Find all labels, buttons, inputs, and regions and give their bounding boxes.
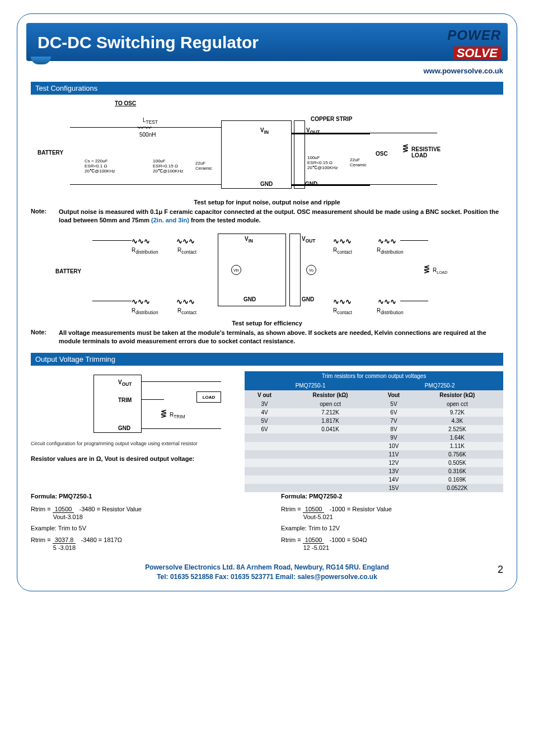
ltest-val: 500nH xyxy=(139,132,156,138)
formula-pmq7250-1: Formula: PMQ7250-1 Rtrim = 10500 -3480 =… xyxy=(31,492,253,555)
note-1-paren: (2in. and 3in) xyxy=(151,217,189,223)
trim-col2-hdr: PMQ7250-2 xyxy=(376,381,503,390)
table-cell xyxy=(284,442,376,450)
to-osc-label: TO OSC xyxy=(115,100,136,106)
c100-label: 100uF ESR<0.15 Ω 20℃@100KHz xyxy=(153,158,183,174)
formula-pmq7250-2: Formula: PMQ7250-2 Rtrim = 10500 -1000 =… xyxy=(281,492,503,555)
section-output-voltage-trimming: Output Voltage Trimming xyxy=(31,353,503,366)
website-url: www.powersolve.co.uk xyxy=(31,67,503,75)
cs-label: Cs = 220uF ESR<0.1 Ω 20℃@100KHz xyxy=(85,158,115,174)
note-label-2: Note: xyxy=(31,329,50,346)
table-cell xyxy=(245,484,284,492)
diagram2-caption: Test setup for efficiency xyxy=(31,320,503,326)
note-1-text: Output noise is measured with 0.1μ F cer… xyxy=(59,208,503,225)
page-number: 2 xyxy=(498,563,503,577)
table-cell: 9.72K xyxy=(411,408,503,417)
diagram-trim-circuit: VOUT TRIM GND LOAD ⋚ RTRIM xyxy=(31,371,232,438)
table-cell: open cct xyxy=(411,400,503,408)
table-cell xyxy=(284,475,376,484)
osc-label: OSC xyxy=(376,151,388,157)
note-2: Note: All voltage measurements must be t… xyxy=(31,329,503,346)
table-cell: 0.041K xyxy=(284,425,376,433)
table-cell: 1.64K xyxy=(411,433,503,442)
battery-label: BATTERY xyxy=(38,150,63,156)
formula2-header: Formula: PMQ7250-2 xyxy=(281,492,503,500)
table-cell: 0.316K xyxy=(411,467,503,475)
table-cell: open cct xyxy=(284,400,376,408)
banner-tab xyxy=(31,57,51,64)
diagram-efficiency-test: BATTERY ∿∿∿ ∿∿∿ ∿∿∿ ∿∿∿ Rdistribution Rc… xyxy=(31,232,503,316)
table-cell: 7V xyxy=(376,417,411,425)
resistive-load-label: RESISTIVE LOAD xyxy=(411,146,441,158)
table-cell xyxy=(245,450,284,459)
diagram1-caption: Test setup for input noise, output noise… xyxy=(31,199,503,206)
brand-logo: POWER SOLVE xyxy=(447,29,501,61)
table-cell: 6V xyxy=(376,408,411,417)
table-cell xyxy=(245,475,284,484)
page-title-banner: DC-DC Switching Regulator POWER SOLVE xyxy=(26,23,508,61)
footer-line2: Tel: 01635 521858 Fax: 01635 523771 Emai… xyxy=(157,573,377,581)
table-cell xyxy=(284,433,376,442)
table-cell: 2.525K xyxy=(411,425,503,433)
table-cell: 0.0522K xyxy=(411,484,503,492)
table-cell: 0.169K xyxy=(411,475,503,484)
footer-line1: Powersolve Electronics Ltd. 8A Arnhem Ro… xyxy=(145,563,389,571)
formula1-header: Formula: PMQ7250-1 xyxy=(31,492,253,500)
table-cell: 6V xyxy=(245,425,284,433)
table-cell xyxy=(284,467,376,475)
table-cell: 14V xyxy=(376,475,411,484)
vout: V xyxy=(306,127,310,133)
diagram-noise-test: TO OSC LTEST 〰〰 500nH BATTERY Cs = 220uF… xyxy=(31,100,503,195)
table-cell xyxy=(245,467,284,475)
vout-sub: OUT xyxy=(310,129,320,135)
c100b-label: 100uF ESR<0.15 Ω 20℃@100KHz xyxy=(307,155,338,170)
page-footer: Powersolve Electronics Ltd. 8A Arnhem Ro… xyxy=(31,563,503,582)
table-cell: 4V xyxy=(245,408,284,417)
battery-label-2: BATTERY xyxy=(55,268,81,274)
table-cell xyxy=(245,459,284,467)
table-cell: 9V xyxy=(376,433,411,442)
trim-note: Resistor values are in Ω, Vout is desire… xyxy=(31,455,232,462)
page-border: DC-DC Switching Regulator POWER SOLVE ww… xyxy=(17,13,517,591)
table-cell xyxy=(284,484,376,492)
trim-table-title: Trim resistors for common output voltage… xyxy=(245,371,503,381)
vin-meter: Vin xyxy=(231,265,241,275)
table-cell: 7.212K xyxy=(284,408,376,417)
table-cell: 13V xyxy=(376,467,411,475)
gnd-right: GND xyxy=(305,181,317,187)
table-cell: 5V xyxy=(376,400,411,408)
page-title: DC-DC Switching Regulator xyxy=(38,33,259,52)
note-2-text: All voltage measurements must be taken a… xyxy=(59,329,503,346)
trim-circuit-caption: Circuit configuration for programming ou… xyxy=(31,441,232,446)
c22-label: 22uF Ceramic xyxy=(195,161,212,171)
table-cell xyxy=(245,433,284,442)
vin: V xyxy=(260,127,264,133)
table-cell: 0.505K xyxy=(411,459,503,467)
table-cell xyxy=(245,442,284,450)
table-cell: 12V xyxy=(376,459,411,467)
table-cell: 3V xyxy=(245,400,284,408)
vo-meter: Vo xyxy=(306,265,316,275)
module-box xyxy=(218,234,286,306)
table-cell: 11V xyxy=(376,450,411,459)
copper-strip: COPPER STRIP xyxy=(311,116,352,122)
logo-line2: SOLVE xyxy=(453,46,501,60)
section-test-configurations: Test Configurations xyxy=(31,82,503,95)
table-cell: 8V xyxy=(376,425,411,433)
module-box-out xyxy=(294,120,305,189)
module-box-in xyxy=(221,120,292,189)
logo-line1: POWER xyxy=(447,29,501,42)
note-label: Note: xyxy=(31,208,50,225)
table-cell: 15V xyxy=(376,484,411,492)
table-cell: 1.817K xyxy=(284,417,376,425)
trim-resistor-table: Trim resistors for common output voltage… xyxy=(245,371,503,492)
table-cell: 5V xyxy=(245,417,284,425)
table-cell: 0.756K xyxy=(411,450,503,459)
table-cell xyxy=(284,459,376,467)
c22b-label: 22uF Ceramic xyxy=(350,157,367,167)
note-1: Note: Output noise is measured with 0.1μ… xyxy=(31,208,503,225)
table-cell: 10V xyxy=(376,442,411,450)
table-cell: 1.11K xyxy=(411,442,503,450)
vin-sub: IN xyxy=(264,129,269,135)
table-cell: 4.3K xyxy=(411,417,503,425)
